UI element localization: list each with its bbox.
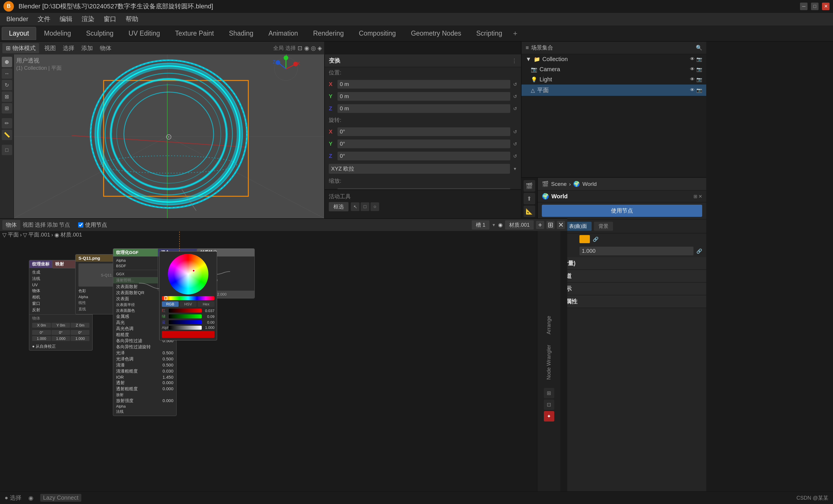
tab-geometry-nodes[interactable]: Geometry Nodes — [404, 27, 469, 40]
light-render-icon[interactable]: 📷 — [696, 77, 702, 82]
tool-name-label[interactable]: 框选 — [329, 202, 349, 211]
hsv-tab[interactable]: HSV — [180, 302, 196, 307]
viewport-mode-selector[interactable]: ⊞ 物体模式 — [2, 43, 39, 53]
light-vis-icon[interactable]: 👁 — [690, 77, 695, 82]
use-nodes-checkbox[interactable] — [78, 222, 84, 227]
add-material-button[interactable]: + — [536, 221, 544, 229]
tx-ry[interactable]: 0° — [51, 330, 70, 335]
location-z-reset[interactable]: ↺ — [513, 106, 517, 112]
tab-rendering[interactable]: Rendering — [306, 27, 351, 40]
tx-sy[interactable]: 1.000 — [51, 336, 70, 341]
transform-tool[interactable]: ⊞ — [2, 103, 12, 114]
viewport-shading-material[interactable]: ◎ — [311, 45, 316, 51]
tool-mode-select[interactable]: ↖ — [351, 202, 359, 211]
overlay-button[interactable]: 选择 — [285, 45, 296, 51]
menu-edit[interactable]: 编辑 — [55, 13, 76, 25]
tool-mode-circle[interactable]: ○ — [371, 202, 379, 211]
collection-vis-icon[interactable]: 👁 — [690, 56, 695, 62]
rotation-z-value[interactable]: 0° — [337, 152, 510, 160]
tx-rx[interactable]: 0° — [32, 330, 51, 335]
tab-modeling[interactable]: Modeling — [37, 27, 78, 40]
viewport-shading-solid[interactable]: ◉ — [304, 45, 309, 51]
b-slider[interactable] — [169, 320, 202, 324]
copy-material-button[interactable]: ⊞ — [546, 221, 554, 229]
minimize-button[interactable]: ─ — [800, 3, 808, 10]
plane-render-icon[interactable]: 📷 — [696, 88, 702, 93]
use-nodes-button[interactable]: 使用节点 — [542, 205, 702, 217]
background-tab-button[interactable]: 背景 — [594, 222, 613, 231]
outliner-item-camera[interactable]: 📷 Camera 👁 📷 — [522, 64, 706, 74]
b-value[interactable]: 0.00 — [203, 320, 214, 325]
menu-help[interactable]: 帮助 — [122, 13, 142, 25]
add-workspace-button[interactable]: + — [510, 28, 520, 39]
camera-vis-icon[interactable]: 👁 — [690, 67, 695, 72]
slot-selector[interactable]: 槽 1 — [472, 220, 490, 230]
outliner-item-collection[interactable]: ▼ 📁 Collection 👁 📷 — [522, 54, 706, 64]
menu-blender[interactable]: Blender — [2, 14, 32, 25]
select-menu[interactable]: 选择 — [60, 43, 77, 53]
tab-layout[interactable]: Layout — [2, 27, 36, 40]
tx-sx[interactable]: 1.000 — [32, 336, 51, 341]
surface-tab-button[interactable]: 表(曲)面 — [564, 222, 592, 231]
node-editor-canvas[interactable]: 纹理坐标 生成 法线 UV 物体 相机 窗口 反射 物体 X 0m Y 0m Z… — [0, 231, 567, 504]
world-color-swatch[interactable] — [579, 235, 590, 243]
g-slider[interactable] — [169, 314, 202, 318]
add-menu[interactable]: 添加 — [78, 43, 96, 53]
global-selector[interactable]: 全局 — [273, 45, 284, 51]
rotation-x-value[interactable]: 0° — [337, 127, 510, 136]
prop-tab-view-layer[interactable]: 📐 — [524, 206, 535, 217]
rotate-tool[interactable]: ↻ — [2, 80, 12, 90]
tab-texture-paint[interactable]: Texture Paint — [168, 27, 221, 40]
prop-tab-output[interactable]: ⬆ — [524, 193, 535, 205]
location-x-reset[interactable]: ↺ — [513, 82, 517, 87]
tx-rz[interactable]: 0° — [71, 330, 90, 335]
tab-compositing[interactable]: Compositing — [352, 27, 403, 40]
measure-tool[interactable]: 📏 — [2, 130, 12, 140]
tx-sz[interactable]: 1.000 — [71, 336, 90, 341]
menu-window[interactable]: 窗口 — [100, 13, 120, 25]
plane-vis-icon[interactable]: 👁 — [690, 88, 695, 93]
object-menu[interactable]: 物体 — [97, 43, 114, 53]
node-icon-3[interactable]: ✦ — [544, 411, 554, 422]
node-icon-1[interactable]: ⊞ — [544, 388, 554, 398]
rotation-x-reset[interactable]: ↺ — [513, 129, 517, 135]
material-selector[interactable]: 材质.001 — [505, 220, 534, 230]
close-button[interactable]: ✕ — [822, 3, 830, 10]
prop-tab-render[interactable]: 🎬 — [524, 180, 535, 192]
node-add-menu[interactable]: 添加 — [47, 221, 58, 229]
tx-z[interactable]: Z 0m — [71, 323, 90, 328]
viewport-canvas[interactable]: 用户透视 (1) Collection | 平面 — [14, 54, 324, 218]
rotation-mode-selector[interactable]: XYZ 欧拉 — [329, 164, 510, 174]
color-wheel[interactable] — [168, 254, 208, 294]
r-value[interactable]: 0.037 — [203, 309, 214, 313]
menu-file[interactable]: 文件 — [33, 13, 54, 25]
node-select-menu[interactable]: 选择 — [35, 221, 46, 229]
rotation-y-value[interactable]: 0° — [337, 140, 510, 148]
node-object-btn[interactable]: 物体 — [2, 220, 20, 230]
collection-render-icon[interactable]: 📷 — [696, 56, 702, 62]
viewport-shading-render[interactable]: ◈ — [317, 45, 322, 51]
alpha-slider[interactable] — [169, 326, 202, 330]
location-z-value[interactable]: 0 m — [337, 104, 510, 113]
tab-uv-editing[interactable]: UV Editing — [121, 27, 167, 40]
r-slider[interactable] — [169, 309, 202, 313]
location-y-reset[interactable]: ↺ — [513, 94, 517, 99]
strength-value-field[interactable]: 1.000 — [579, 247, 693, 255]
tab-sculpting[interactable]: Sculpting — [79, 27, 121, 40]
rotation-z-reset[interactable]: ↺ — [513, 153, 517, 159]
rgb-tab[interactable]: RGB — [162, 302, 178, 307]
node-view-menu[interactable]: 视图 — [23, 221, 33, 229]
tool-mode-box[interactable]: □ — [361, 202, 369, 211]
color-picker-popup[interactable]: RGB HSV Hex 红 0.037 绿 0.09 蓝 0.00 Alpha … — [159, 251, 217, 340]
tab-scripting[interactable]: Scripting — [469, 27, 509, 40]
world-copy-icon[interactable]: ⊞ — [693, 194, 697, 199]
cursor-tool[interactable]: ⊕ — [2, 57, 12, 67]
node-node-menu[interactable]: 节点 — [59, 221, 70, 229]
tx-y[interactable]: Y 0m — [51, 323, 70, 328]
camera-render-icon[interactable]: 📷 — [696, 67, 702, 72]
menu-render[interactable]: 渲染 — [77, 13, 98, 25]
location-x-value[interactable]: 0 m — [337, 80, 510, 89]
alpha-value[interactable]: 1.000 — [203, 326, 214, 330]
move-tool[interactable]: ↔ — [2, 68, 12, 79]
hex-tab[interactable]: Hex — [198, 302, 214, 307]
